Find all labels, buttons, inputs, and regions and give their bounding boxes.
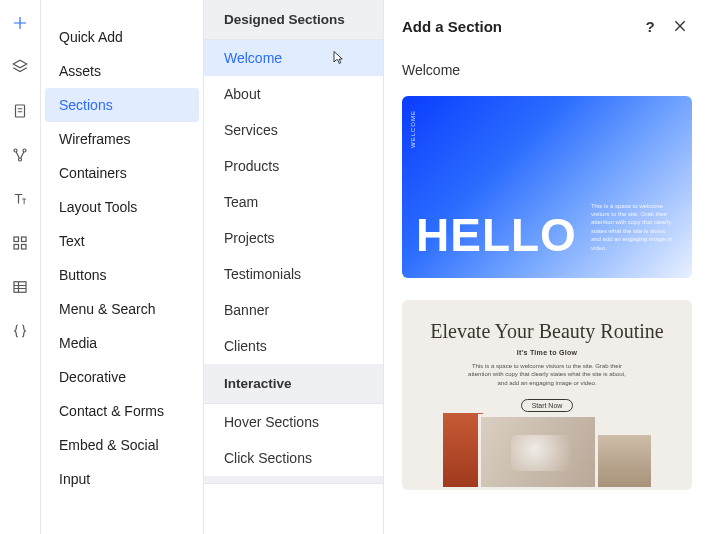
icon-rail bbox=[0, 0, 41, 534]
subitem-welcome[interactable]: Welcome bbox=[204, 40, 383, 76]
plus-icon bbox=[11, 14, 29, 32]
primary-item-contact-forms[interactable]: Contact & Forms bbox=[41, 394, 203, 428]
subitem-team[interactable]: Team bbox=[204, 184, 383, 220]
braces-icon bbox=[11, 322, 29, 340]
primary-item-buttons[interactable]: Buttons bbox=[41, 258, 203, 292]
primary-item-quick-add[interactable]: Quick Add bbox=[41, 20, 203, 54]
svg-rect-5 bbox=[22, 237, 27, 242]
preview-hello-headline: HELLO bbox=[416, 212, 577, 258]
subitem-services[interactable]: Services bbox=[204, 112, 383, 148]
section-heading: Welcome bbox=[402, 62, 692, 78]
help-button[interactable]: ? bbox=[638, 14, 662, 38]
svg-point-1 bbox=[14, 149, 17, 152]
svg-point-2 bbox=[23, 149, 26, 152]
type-icon bbox=[11, 190, 29, 208]
preview-beauty-subtitle: It's Time to Glow bbox=[420, 349, 674, 356]
subitem-click-sections[interactable]: Click Sections bbox=[204, 440, 383, 476]
svg-rect-4 bbox=[14, 237, 19, 242]
primary-item-text[interactable]: Text bbox=[41, 224, 203, 258]
subitem-testimonials[interactable]: Testimonials bbox=[204, 256, 383, 292]
preview-beauty-title: Elevate Your Beauty Routine bbox=[420, 320, 674, 343]
subitem-hover-sections[interactable]: Hover Sections bbox=[204, 404, 383, 440]
close-button[interactable] bbox=[668, 14, 692, 38]
svg-rect-6 bbox=[14, 245, 19, 250]
rail-apps[interactable] bbox=[0, 230, 40, 256]
preview-beauty-images bbox=[402, 400, 692, 490]
primary-item-layout-tools[interactable]: Layout Tools bbox=[41, 190, 203, 224]
subitem-banner[interactable]: Banner bbox=[204, 292, 383, 328]
help-icon: ? bbox=[645, 18, 654, 35]
primary-item-menu-search[interactable]: Menu & Search bbox=[41, 292, 203, 326]
subitem-label: Welcome bbox=[224, 50, 282, 66]
primary-item-sections[interactable]: Sections bbox=[45, 88, 199, 122]
primary-list: Quick Add Assets Sections Wireframes Con… bbox=[41, 0, 204, 534]
panel-title: Add a Section bbox=[402, 18, 632, 35]
secondary-list: Designed Sections Welcome About Services… bbox=[204, 0, 384, 534]
pointer-cursor-icon bbox=[329, 50, 345, 68]
svg-point-3 bbox=[19, 158, 22, 161]
preview-hello-vertical: WELCOME bbox=[410, 110, 416, 148]
preview-hello-caption: This is a space to welcome visitors to t… bbox=[591, 202, 678, 258]
primary-item-assets[interactable]: Assets bbox=[41, 54, 203, 88]
primary-item-media[interactable]: Media bbox=[41, 326, 203, 360]
group-header-interactive: Interactive bbox=[204, 364, 383, 404]
group-divider bbox=[204, 476, 383, 484]
subitem-products[interactable]: Products bbox=[204, 148, 383, 184]
table-icon bbox=[11, 278, 29, 296]
svg-rect-0 bbox=[16, 105, 25, 117]
preview-image-right bbox=[590, 432, 654, 490]
grid-icon bbox=[11, 234, 29, 252]
primary-item-input[interactable]: Input bbox=[41, 462, 203, 496]
svg-rect-8 bbox=[14, 282, 26, 293]
rail-layers[interactable] bbox=[0, 54, 40, 80]
rail-code[interactable] bbox=[0, 318, 40, 344]
rail-table[interactable] bbox=[0, 274, 40, 300]
primary-item-embed-social[interactable]: Embed & Social bbox=[41, 428, 203, 462]
rail-type[interactable] bbox=[0, 186, 40, 212]
page-icon bbox=[11, 102, 29, 120]
layers-icon bbox=[11, 58, 29, 76]
close-icon bbox=[672, 18, 688, 34]
panel-body: Welcome WELCOME HELLO This is a space to… bbox=[384, 48, 708, 534]
primary-item-wireframes[interactable]: Wireframes bbox=[41, 122, 203, 156]
subitem-clients[interactable]: Clients bbox=[204, 328, 383, 364]
group-header-designed: Designed Sections bbox=[204, 0, 383, 40]
rail-pages[interactable] bbox=[0, 98, 40, 124]
preview-card-hello[interactable]: WELCOME HELLO This is a space to welcome… bbox=[402, 96, 692, 278]
nodes-icon bbox=[11, 146, 29, 164]
main-panel: Add a Section ? Welcome WELCOME HELLO Th… bbox=[384, 0, 708, 534]
svg-rect-7 bbox=[22, 245, 27, 250]
primary-item-containers[interactable]: Containers bbox=[41, 156, 203, 190]
primary-item-decorative[interactable]: Decorative bbox=[41, 360, 203, 394]
subitem-about[interactable]: About bbox=[204, 76, 383, 112]
rail-add[interactable] bbox=[0, 10, 40, 36]
preview-card-beauty[interactable]: Elevate Your Beauty Routine It's Time to… bbox=[402, 300, 692, 490]
rail-nodes[interactable] bbox=[0, 142, 40, 168]
preview-beauty-description: This is a space to welcome visitors to t… bbox=[467, 362, 627, 387]
subitem-projects[interactable]: Projects bbox=[204, 220, 383, 256]
panel-header: Add a Section ? bbox=[384, 0, 708, 48]
preview-image-center bbox=[478, 414, 598, 490]
